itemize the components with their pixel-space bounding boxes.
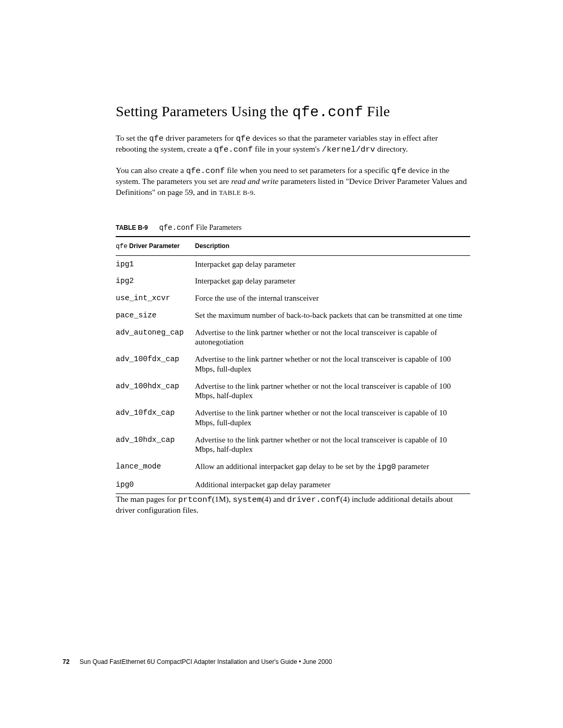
param-description: Additional interpacket gap delay paramet…	[195, 476, 470, 493]
param-name: pace_size	[116, 307, 195, 324]
text: You can also create a	[116, 166, 186, 175]
code: qfe	[149, 134, 164, 143]
title-code: qfe.conf	[292, 104, 363, 120]
param-name: ipg0	[116, 476, 195, 493]
param-description: Force the use of the internal transceive…	[195, 290, 470, 307]
table-row: pace_sizeSet the maximum number of back-…	[116, 307, 470, 324]
param-name: ipg2	[116, 273, 195, 290]
param-name: lance_mode	[116, 458, 195, 476]
text: (4) and	[262, 495, 287, 503]
title-prefix: Setting Parameters Using the	[116, 103, 292, 119]
param-description: Advertise to the link partner whether or…	[195, 378, 470, 405]
code: prtconf	[178, 495, 212, 504]
table-row: ipg2Interpacket gap delay parameter	[116, 273, 470, 290]
table-caption: TABLE B-9 qfe.conf File Parameters	[116, 224, 470, 232]
table-row: adv_100hdx_capAdvertise to the link part…	[116, 378, 470, 405]
param-description: Advertise to the link partner whether or…	[195, 404, 470, 431]
header-text: Driver Parameter	[128, 242, 180, 250]
caption-suffix: File Parameters	[194, 224, 242, 231]
table-row: ipg1Interpacket gap delay parameter	[116, 255, 470, 273]
code: /kernel/drv	[322, 145, 375, 154]
param-description: Advertise to the link partner whether or…	[195, 324, 470, 351]
code: qfe.conf	[214, 145, 253, 154]
param-name: adv_10hdx_cap	[116, 431, 195, 459]
table-row: lance_modeAllow an additional interpacke…	[116, 458, 470, 476]
text: (1M),	[212, 495, 233, 503]
param-description: Interpacket gap delay parameter	[195, 255, 470, 273]
param-description: Advertise to the link partner whether or…	[195, 351, 470, 378]
header-parameter: qfe Driver Parameter	[116, 237, 195, 256]
paragraph-3: The man pages for prtconf(1M), system(4)…	[116, 494, 470, 515]
text: To set the	[116, 133, 149, 142]
table-row: adv_autoneg_capAdvertise to the link par…	[116, 324, 470, 351]
table-header-row: qfe Driver Parameter Description	[116, 237, 470, 256]
title-suffix: File	[363, 103, 390, 119]
param-name: use_int_xcvr	[116, 290, 195, 307]
page-footer: 72 Sun Quad FastEthernet 6U CompactPCI A…	[63, 658, 332, 665]
table-label: TABLE B-9	[116, 224, 148, 231]
param-description: Set the maximum number of back-to-back p…	[195, 307, 470, 324]
table-row: ipg0Additional interpacket gap delay par…	[116, 476, 470, 493]
text: The man pages for	[116, 495, 178, 503]
paragraph-1: To set the qfe driver parameters for qfe…	[116, 133, 470, 155]
param-description: Interpacket gap delay parameter	[195, 273, 470, 290]
code: qfe.conf	[186, 166, 225, 176]
table-row: use_int_xcvrForce the use of the interna…	[116, 290, 470, 307]
parameters-table: qfe Driver Parameter Description ipg1Int…	[116, 236, 470, 494]
param-name: adv_autoneg_cap	[116, 324, 195, 351]
text: .	[253, 188, 255, 196]
text: file when you need to set parameters for…	[225, 166, 391, 175]
table-row: adv_100fdx_capAdvertise to the link part…	[116, 351, 470, 378]
header-description: Description	[195, 237, 470, 256]
param-name: ipg1	[116, 255, 195, 273]
text: directory.	[375, 144, 408, 153]
code: qfe	[236, 134, 250, 143]
param-description: Allow an additional interpacket gap dela…	[195, 458, 470, 476]
table-row: adv_10fdx_capAdvertise to the link partn…	[116, 404, 470, 431]
small-caps: TABLE B-9	[219, 189, 253, 196]
footer-text: Sun Quad FastEthernet 6U CompactPCI Adap…	[80, 658, 332, 665]
paragraph-2: You can also create a qfe.conf file when…	[116, 165, 470, 197]
param-name: adv_10fdx_cap	[116, 404, 195, 431]
code: qfe	[391, 166, 406, 176]
param-name: adv_100hdx_cap	[116, 378, 195, 405]
text: driver parameters for	[164, 133, 236, 142]
page-number: 72	[63, 658, 69, 665]
manual-page: Setting Parameters Using the qfe.conf Fi…	[0, 0, 563, 515]
text: file in your system's	[253, 144, 322, 153]
code: driver.conf	[287, 495, 340, 504]
caption-code: qfe.conf	[159, 224, 194, 232]
emphasis: read and write	[231, 177, 278, 186]
header-code: qfe	[116, 243, 128, 250]
param-description: Advertise to the link partner whether or…	[195, 431, 470, 459]
code: system	[232, 495, 262, 504]
table-row: adv_10hdx_capAdvertise to the link partn…	[116, 431, 470, 459]
page-title: Setting Parameters Using the qfe.conf Fi…	[116, 103, 470, 120]
param-name: adv_100fdx_cap	[116, 351, 195, 378]
